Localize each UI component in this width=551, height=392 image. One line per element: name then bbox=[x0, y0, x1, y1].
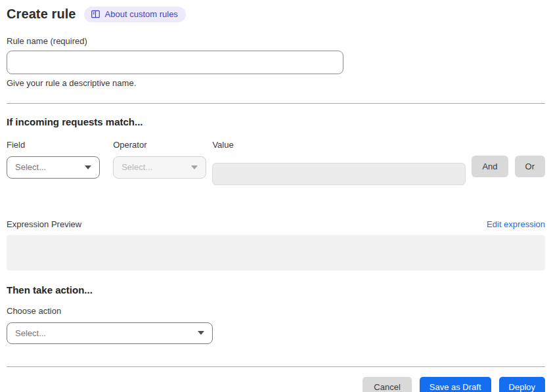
rule-name-input[interactable] bbox=[7, 51, 343, 74]
expression-preview-row: Expression Preview Edit expression bbox=[7, 219, 545, 229]
connector-buttons: And Or bbox=[472, 156, 545, 177]
rule-name-label: Rule name (required) bbox=[7, 36, 545, 46]
field-column: Field Select... bbox=[7, 140, 100, 179]
value-label: Value bbox=[212, 140, 466, 150]
book-icon bbox=[91, 9, 100, 19]
match-section-heading: If incoming requests match... bbox=[7, 116, 545, 127]
field-label: Field bbox=[7, 140, 100, 150]
field-select[interactable]: Select... bbox=[7, 156, 100, 179]
operator-select-value: Select... bbox=[121, 162, 152, 172]
expression-preview-box bbox=[7, 235, 545, 271]
operator-column: Operator Select... bbox=[113, 140, 206, 179]
chevron-down-icon bbox=[191, 165, 198, 169]
field-select-value: Select... bbox=[15, 162, 46, 172]
create-rule-page: Create rule About custom rules Rule name… bbox=[0, 0, 551, 392]
expression-preview-label: Expression Preview bbox=[7, 219, 81, 229]
value-input[interactable] bbox=[212, 163, 466, 185]
choose-action-select[interactable]: Select... bbox=[7, 322, 213, 344]
footer-divider bbox=[7, 366, 545, 367]
edit-expression-link[interactable]: Edit expression bbox=[487, 219, 545, 229]
chevron-down-icon bbox=[85, 165, 91, 169]
value-column: Value bbox=[212, 140, 466, 185]
badge-label: About custom rules bbox=[105, 9, 178, 20]
operator-label: Operator bbox=[113, 140, 206, 150]
and-button[interactable]: And bbox=[472, 156, 508, 177]
page-title: Create rule bbox=[7, 7, 76, 22]
rule-name-helper: Give your rule a descriptive name. bbox=[7, 78, 545, 88]
choose-action-label: Choose action bbox=[7, 306, 545, 316]
or-button[interactable]: Or bbox=[515, 156, 545, 177]
header: Create rule About custom rules bbox=[7, 7, 545, 22]
save-as-draft-button[interactable]: Save as Draft bbox=[420, 377, 491, 392]
about-custom-rules-badge[interactable]: About custom rules bbox=[84, 7, 186, 22]
operator-select[interactable]: Select... bbox=[113, 156, 206, 179]
match-row: Field Select... Operator Select... Value… bbox=[7, 140, 545, 185]
deploy-button[interactable]: Deploy bbox=[499, 377, 545, 392]
choose-action-value: Select... bbox=[15, 328, 46, 338]
section-divider bbox=[7, 103, 545, 104]
footer-actions: Cancel Save as Draft Deploy bbox=[7, 377, 545, 392]
action-section-heading: Then take action... bbox=[7, 284, 545, 295]
chevron-down-icon bbox=[198, 331, 204, 335]
cancel-button[interactable]: Cancel bbox=[363, 377, 411, 392]
